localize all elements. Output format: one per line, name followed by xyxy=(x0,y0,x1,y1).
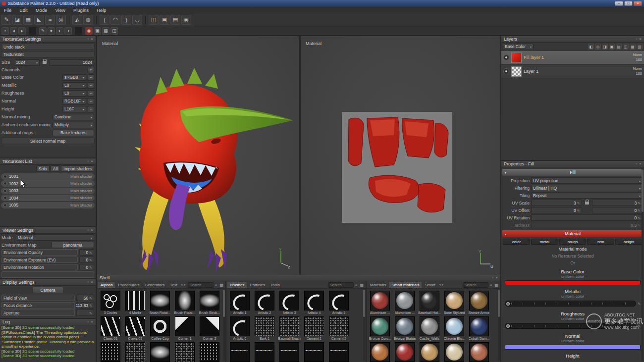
shelf-item[interactable]: Coffee Cup xyxy=(148,316,172,341)
polygon-fill-tool-icon[interactable]: ◣ xyxy=(34,15,44,25)
textureset-row[interactable]: 1004 Main shader xyxy=(1,195,95,201)
shelf-item[interactable] xyxy=(277,342,301,362)
remove-channel-button[interactable]: − xyxy=(88,82,94,89)
channel-format-dropdown[interactable]: L16F xyxy=(62,106,86,112)
layer-name[interactable]: Fill layer 1 xyxy=(524,55,631,60)
all-button[interactable]: All xyxy=(51,165,60,172)
setting-value-field[interactable]: 113.83 xyxy=(76,302,94,309)
layer-blend-mode[interactable]: Norm xyxy=(633,52,642,57)
fill-section-header[interactable]: ▾Fill xyxy=(502,169,643,176)
channel-toggle-button[interactable]: nrm xyxy=(587,239,614,245)
panel-header[interactable]: TextureSet Settings xyxy=(0,36,96,43)
brush-flow-icon[interactable]: ◐ xyxy=(56,27,63,35)
shelf-item[interactable]: Cement 1 xyxy=(302,316,326,341)
panel-close-icon[interactable] xyxy=(639,37,642,42)
size-dropdown[interactable]: 1024 xyxy=(14,59,40,66)
metallic-slider[interactable] xyxy=(505,301,636,307)
add-fill-layer-icon[interactable]: ◨ xyxy=(602,44,608,50)
layer-visibility-icon[interactable] xyxy=(503,68,509,74)
shelf-tab[interactable]: Particles xyxy=(247,282,268,288)
material-item[interactable]: Bronze Armor xyxy=(467,291,491,315)
tiling-dropdown[interactable]: Repeat xyxy=(531,192,643,199)
pass-through-icon[interactable]: ◫ xyxy=(623,44,629,50)
import-shaders-button[interactable]: Import shaders xyxy=(61,165,94,172)
view-3d-icon[interactable]: ▣ xyxy=(160,15,169,25)
brush-settings-icon[interactable]: ✎ xyxy=(39,27,47,35)
layer-visibility-icon[interactable] xyxy=(503,54,509,60)
uv-scale-x-field[interactable]: 3 xyxy=(531,200,582,206)
menu-item[interactable]: Edit xyxy=(15,7,31,13)
clone-tool-icon[interactable]: ◎ xyxy=(56,15,66,25)
scrollbar[interactable] xyxy=(223,289,225,361)
shelf-item[interactable]: Bark 1 xyxy=(253,316,276,341)
viewport-2d[interactable]: Material V U xyxy=(301,36,500,275)
visibility-icon[interactable] xyxy=(3,175,7,178)
tab-camera[interactable]: Camera xyxy=(32,287,64,293)
panel-close-icon[interactable] xyxy=(91,280,93,285)
panel-header[interactable]: Layers xyxy=(501,36,644,43)
channel-toggle-button[interactable]: metal xyxy=(531,239,558,245)
material-item[interactable] xyxy=(368,342,392,362)
shelf-item[interactable]: Brush Rotat... xyxy=(173,291,197,315)
grid-view-icon[interactable]: ▦ xyxy=(493,283,499,287)
shelf-tab[interactable]: Materials xyxy=(368,282,388,288)
panel-header[interactable]: Log xyxy=(0,319,96,325)
material-item[interactable]: Chrome Blu... xyxy=(442,316,466,341)
view-2d-icon[interactable]: ▤ xyxy=(170,15,180,25)
shelf-item[interactable] xyxy=(253,342,276,362)
undo-stack-dropdown[interactable]: Undo stack xyxy=(1,44,95,50)
projection-tool-icon[interactable]: ▦ xyxy=(23,15,33,25)
shelf-search-input[interactable] xyxy=(463,282,488,288)
redo-icon[interactable]: ▸ xyxy=(18,27,26,35)
material-item[interactable]: Aluminium ... xyxy=(368,291,392,315)
shelf-item[interactable] xyxy=(99,342,122,362)
material-item[interactable]: Aluminium ... xyxy=(393,291,417,315)
shelf-item[interactable] xyxy=(123,342,147,362)
shelf-tab[interactable]: Generators xyxy=(142,282,167,288)
material-item[interactable]: Bronze Com... xyxy=(368,316,392,341)
setting-value-field[interactable]: 50 xyxy=(76,295,94,301)
uv-scale-lock-icon[interactable] xyxy=(585,202,589,205)
panel-options-icon[interactable] xyxy=(492,275,493,280)
add-channel-button[interactable]: + xyxy=(88,67,94,73)
shelf-tab[interactable]: Smart materials xyxy=(389,282,422,288)
shelf-item[interactable]: Brush Rotat... xyxy=(148,291,172,315)
setting-value-field[interactable]: 0 xyxy=(79,257,94,263)
shelf-item[interactable] xyxy=(148,342,172,362)
paint-tool-icon[interactable]: ✎ xyxy=(1,15,11,25)
shelf-item[interactable]: 4 Marks xyxy=(123,291,147,315)
material-section-header[interactable]: ▾Material xyxy=(502,230,643,237)
shelf-tab[interactable]: Text xyxy=(167,282,180,288)
tab-scroll-left-icon[interactable]: ◂ xyxy=(438,283,441,287)
bake-textures-button[interactable]: Bake textures xyxy=(53,130,94,136)
stencil-right-icon[interactable]: ) xyxy=(121,15,131,25)
panel-options-icon[interactable] xyxy=(636,161,637,166)
panel-header[interactable]: Viewer Settings xyxy=(0,227,96,234)
add-mask-icon[interactable]: ◧ xyxy=(588,44,594,50)
panel-close-icon[interactable] xyxy=(639,161,642,166)
symmetry-icon[interactable]: ◭ xyxy=(72,15,82,25)
textureset-row[interactable]: 1005 Main shader xyxy=(1,202,95,208)
shelf-item[interactable]: Artistic 2 xyxy=(253,291,276,315)
textureset-dropdown[interactable]: TextureSet xyxy=(1,51,95,57)
layer-row[interactable]: Layer 1 Norm 100 xyxy=(501,65,644,78)
layer-thumbnail[interactable] xyxy=(511,66,522,77)
render-mode-icon[interactable]: ◉ xyxy=(181,15,191,25)
mesh-maps-icon[interactable]: ▦ xyxy=(102,27,109,35)
shelf-item[interactable]: Corner 1 xyxy=(173,316,197,341)
add-effect-icon[interactable]: ◎ xyxy=(595,44,601,50)
add-layer-icon[interactable]: ▣ xyxy=(609,44,615,50)
shelf-item[interactable]: Artistic 4 xyxy=(302,291,326,315)
material-preview-icon[interactable]: ◉ xyxy=(85,27,93,35)
eraser-tool-icon[interactable]: ◪ xyxy=(12,15,22,25)
remove-channel-button[interactable]: − xyxy=(88,106,94,112)
material-item[interactable]: Castle_Walls xyxy=(418,316,441,341)
clear-search-icon[interactable]: × xyxy=(214,283,218,287)
shelf-item[interactable]: Artistic 5 xyxy=(327,291,351,315)
material-item[interactable]: Baseball Hat... xyxy=(418,291,441,315)
channel-toggle-button[interactable]: height xyxy=(615,239,643,245)
shelf-item[interactable]: Artistic 3 xyxy=(277,291,301,315)
setting-value-field[interactable] xyxy=(76,310,94,316)
viewer-mode-dropdown[interactable]: Material xyxy=(16,234,94,241)
layer-row[interactable]: Fill layer 1 Norm 100 xyxy=(501,51,644,64)
